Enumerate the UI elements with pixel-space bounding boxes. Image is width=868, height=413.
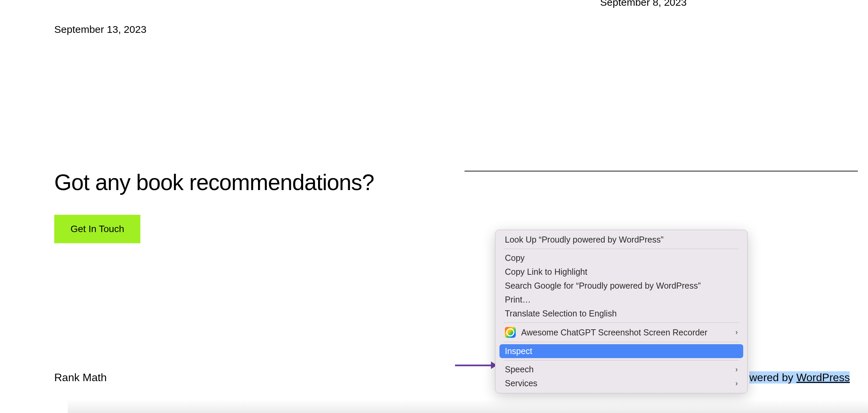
page-heading: Got any book recommendations? <box>54 169 374 195</box>
context-menu-translate-label: Translate Selection to English <box>505 309 617 318</box>
context-menu-lookup-label: Look Up “Proudly powered by WordPress” <box>505 235 664 245</box>
context-menu-copy-link[interactable]: Copy Link to Highlight <box>495 265 747 279</box>
context-menu-speech-label: Speech <box>505 365 534 374</box>
context-menu-services[interactable]: Services › <box>495 376 747 390</box>
context-menu-separator <box>504 249 739 249</box>
context-menu-speech[interactable]: Speech › <box>495 363 747 376</box>
chevron-right-icon: › <box>735 365 738 374</box>
context-menu-separator-4 <box>504 360 739 360</box>
context-menu-lookup[interactable]: Look Up “Proudly powered by WordPress” <box>495 233 747 247</box>
arrow-annotation <box>455 362 497 369</box>
divider <box>465 171 858 171</box>
context-menu-search-google-label: Search Google for “Proudly powered by Wo… <box>505 281 701 291</box>
context-menu-inspect-label: Inspect <box>505 346 532 356</box>
chevron-right-icon: › <box>735 328 738 337</box>
footer-credit-text: wered by <box>749 371 796 384</box>
context-menu: Look Up “Proudly powered by WordPress” C… <box>495 230 748 393</box>
context-menu-screenshot-label: Awesome ChatGPT Screenshot Screen Record… <box>521 328 707 337</box>
bottom-shadow <box>68 399 868 413</box>
get-in-touch-button[interactable]: Get In Touch <box>54 215 140 243</box>
context-menu-search-google[interactable]: Search Google for “Proudly powered by Wo… <box>495 279 747 293</box>
post-date-left: September 13, 2023 <box>54 24 146 35</box>
context-menu-copy[interactable]: Copy <box>495 251 747 265</box>
context-menu-print[interactable]: Print… <box>495 293 747 307</box>
context-menu-separator-3 <box>504 342 739 342</box>
context-menu-copy-label: Copy <box>505 253 525 263</box>
context-menu-inspect[interactable]: Inspect <box>499 344 743 358</box>
context-menu-services-label: Services <box>505 378 537 388</box>
chatgpt-extension-icon <box>505 327 516 338</box>
wordpress-link[interactable]: WordPress <box>796 371 850 384</box>
context-menu-separator-2 <box>504 323 739 323</box>
context-menu-translate[interactable]: Translate Selection to English <box>495 307 747 321</box>
post-date-right: September 8, 2023 <box>600 0 687 8</box>
footer-credit: wered by WordPress <box>749 371 850 384</box>
context-menu-screenshot[interactable]: Awesome ChatGPT Screenshot Screen Record… <box>495 325 747 340</box>
context-menu-copy-link-label: Copy Link to Highlight <box>505 267 587 277</box>
footer-site-title[interactable]: Rank Math <box>54 371 107 384</box>
context-menu-print-label: Print… <box>505 295 531 305</box>
chevron-right-icon: › <box>735 379 738 388</box>
